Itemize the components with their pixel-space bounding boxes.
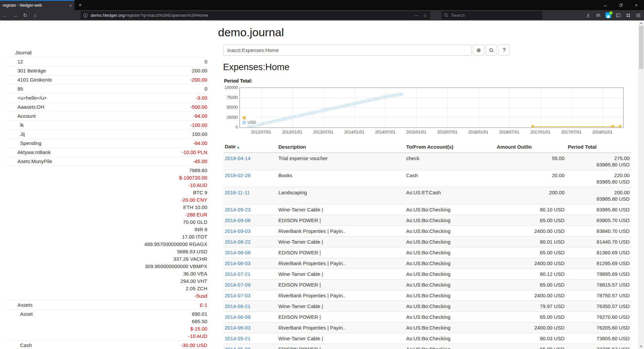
page-actions-icon[interactable]: ⋯ — [414, 13, 419, 18]
menu-hamburger-icon[interactable] — [633, 10, 643, 20]
scrollbar-thumb[interactable] — [639, 26, 643, 69]
sidebar-account-row[interactable]: <u>hello</u>-3.00 — [5, 93, 207, 102]
browser-tab[interactable]: register - hledger-web × — [0, 0, 74, 10]
account-name[interactable]: Asset — [5, 310, 33, 318]
account-name[interactable]: 4101 Girokonto — [5, 76, 52, 84]
sidebar-account-row[interactable]: 950 — [5, 84, 207, 93]
sidebar-account-row[interactable]: Spending-94.00 — [5, 139, 207, 148]
date-link[interactable]: 2014-05-08 — [225, 346, 251, 349]
sidebar-account-row[interactable]: 120 — [5, 57, 207, 66]
new-tab-button[interactable]: + — [74, 0, 86, 10]
sidebars-icon[interactable] — [613, 10, 623, 20]
date-link[interactable]: 2014-06-09 — [225, 314, 251, 320]
sidebar-account-row[interactable]: 7989.60$-100720.00-10 AUDBTC 9-20.00 CNY… — [5, 166, 207, 300]
account-name[interactable]: Asets:MunyPile — [5, 158, 52, 165]
amount-cell: 80.10 USD — [495, 204, 566, 215]
account-name[interactable]: lk — [5, 121, 24, 129]
date-link[interactable]: 2016-11-11 — [225, 190, 250, 195]
scrollbar-down-icon[interactable]: ▼ — [638, 344, 644, 349]
date-link[interactable]: 2014-06-21 — [225, 303, 251, 309]
site-info-icon[interactable] — [83, 13, 88, 18]
downloads-icon[interactable] — [583, 10, 593, 20]
account-name[interactable]: Cash — [5, 342, 32, 349]
legend-color-box — [243, 116, 246, 119]
home-button[interactable]: ⌂ — [30, 10, 40, 20]
column-header-date[interactable]: Date ▲ — [223, 141, 277, 153]
sidebar-account-row[interactable]: lk-100.00 — [5, 120, 207, 130]
account-name[interactable]: 12 — [5, 58, 23, 65]
forward-button[interactable]: → — [10, 10, 20, 20]
sidebar-account-row[interactable]: Jij100.00 — [5, 130, 207, 139]
sidebar-account-row[interactable]: 4101 Girokonto-200.00 — [5, 75, 207, 84]
library-icon[interactable] — [593, 10, 603, 20]
bookmark-star-icon[interactable]: ☆ — [423, 13, 427, 18]
account-cell: As:US:Bo:Checking — [405, 247, 495, 258]
date-link[interactable]: 2014-08-22 — [225, 239, 251, 245]
register-row: 2014-06-03RiverBank Properties | Payin..… — [223, 322, 631, 333]
url-bar[interactable]: demo.hledger.org/register?q=inacct%3AExp… — [80, 11, 430, 19]
sidebar-account-row[interactable]: Aktywa:mBank-10.00 PLN — [5, 148, 207, 157]
query-input[interactable] — [223, 45, 472, 56]
account-name[interactable]: Aaasets:DH — [5, 103, 44, 111]
period-total-line: 81295.69 USD — [568, 260, 630, 266]
column-header-to-from-account-s-[interactable]: To/From Account(s) — [405, 141, 495, 153]
account-name[interactable]: 301 Beiträge — [5, 67, 46, 74]
tab-close-icon[interactable]: × — [66, 3, 72, 8]
apps-grid-icon[interactable] — [623, 10, 633, 20]
page-scrollbar[interactable]: ▲ ▼ — [638, 20, 644, 349]
date-link[interactable]: 2014-05-21 — [225, 336, 251, 341]
date-link[interactable]: 2014-06-03 — [225, 325, 251, 331]
balance-amount: 890.01 — [188, 310, 207, 318]
help-button[interactable]: ? — [498, 45, 510, 56]
period-total-cell: 81360.69 USD — [566, 247, 631, 258]
sidebar-account-row[interactable]: Assets£-1 — [5, 300, 207, 309]
account-name[interactable]: <u>hello</u> — [5, 94, 47, 102]
date-link[interactable]: 2014-07-03 — [225, 293, 251, 298]
date-link[interactable]: 2014-08-03 — [225, 260, 251, 266]
window-close-button[interactable]: × — [629, 0, 644, 10]
sidebar-account-row[interactable]: Asset890.01685.50$-15.00-10 AUD — [5, 309, 207, 341]
sidebar-account-row[interactable]: Cash-30.00 USD — [5, 341, 207, 349]
back-button[interactable]: ← — [0, 10, 10, 20]
balance-amount: 17.00 ITOT — [144, 233, 207, 241]
account-name[interactable]: 95 — [5, 85, 23, 93]
date-link[interactable]: 2018-04-14 — [225, 155, 251, 161]
window-restore-button[interactable] — [613, 0, 629, 10]
date-link[interactable]: 2014-09-03 — [225, 228, 251, 234]
amount-cell: 65.00 USD — [495, 247, 566, 258]
sidebar-account-row[interactable]: Asets:MunyPile-45.00 — [5, 157, 207, 166]
date-link[interactable]: 2014-07-09 — [225, 282, 251, 288]
sidebar-account-row[interactable]: Account-94.00 — [5, 111, 207, 120]
account-balance: -100.00 — [190, 121, 207, 129]
date-link[interactable]: 2014-09-08 — [225, 217, 251, 223]
date-link[interactable]: 2018-02-28 — [225, 172, 251, 178]
account-name[interactable]: Spending — [5, 140, 41, 147]
window-minimize-button[interactable] — [598, 0, 613, 10]
account-name[interactable]: Aktywa:mBank — [5, 149, 51, 156]
browser-search-bar[interactable]: Search — [441, 11, 542, 19]
clear-query-button[interactable]: ⊗ — [473, 45, 484, 56]
column-header-period-total[interactable]: Period Total — [566, 141, 631, 153]
sidebar-journal-link[interactable]: Journal — [5, 48, 207, 57]
account-name[interactable]: Jij — [5, 131, 25, 138]
date-link[interactable]: 2014-08-08 — [225, 250, 251, 255]
register-row: 2016-11-11LandscapingAs:US:ET:Cash200.00… — [223, 187, 631, 204]
date-link[interactable]: 2014-09-23 — [225, 207, 251, 212]
date-link[interactable]: 2014-07-21 — [225, 271, 251, 277]
amount-cell: 65.00 USD — [495, 280, 566, 290]
sidebar-account-row[interactable]: 301 Beiträge200.00 — [5, 66, 207, 75]
account-name[interactable]: Account — [5, 112, 36, 120]
extension-ghostery-icon[interactable] — [603, 10, 613, 20]
period-total-cell: 76270.60 USD — [566, 312, 631, 322]
reload-button[interactable]: ↻ — [20, 10, 30, 20]
account-name[interactable]: Assets — [5, 301, 33, 309]
account-balance: 7989.60$-100720.00-10 AUDBTC 9-20.00 CNY… — [144, 167, 207, 300]
period-total-cell: 83905.70 USD — [566, 215, 631, 226]
chart-plot[interactable] — [239, 88, 624, 128]
column-header-description[interactable]: Description — [277, 141, 405, 153]
period-total-cell: 76205.60 USD — [566, 322, 631, 333]
column-header-amount-out-in[interactable]: Amount Out/In — [495, 141, 566, 153]
sidebar-account-row[interactable]: Aaasets:DH-500.00 — [5, 102, 207, 111]
search-button[interactable] — [486, 45, 497, 56]
scrollbar-up-icon[interactable]: ▲ — [638, 20, 644, 26]
